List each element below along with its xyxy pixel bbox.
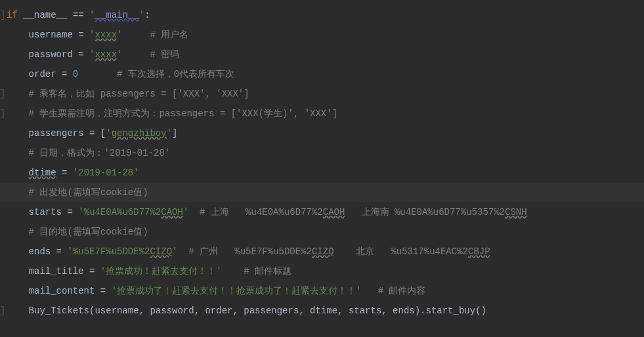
code-line-2[interactable]: username = 'xxxx' # 用户名	[0, 25, 644, 45]
fold-marker: ]	[0, 301, 5, 321]
var-passengers: passengers	[29, 128, 84, 139]
fold-marker: ]	[0, 5, 5, 25]
code-line-5[interactable]: ] # 乘客名，比如 passengers = ['XXX', 'XXX']	[0, 84, 644, 104]
var-starts: starts	[29, 207, 62, 217]
comment: # 密码	[150, 49, 179, 60]
function-call: Buy_Tickets	[29, 305, 89, 316]
var-username: username	[29, 30, 73, 40]
code-line-8[interactable]: # 日期，格式为：'2019-01-28'	[0, 143, 644, 163]
var-password: password	[29, 49, 73, 60]
comment: # 用户名	[150, 30, 188, 40]
code-line-16[interactable]: ] Buy_Tickets(username, password, order,…	[0, 301, 644, 321]
comment: # 乘客名，比如 passengers = ['XXX', 'XXX']	[29, 89, 249, 99]
identifier: __name__	[18, 10, 73, 20]
code-line-1[interactable]: ]if __name__ == '__main__':	[0, 5, 644, 25]
comment: # 邮件内容	[378, 286, 426, 296]
code-line-14[interactable]: mail_title = '抢票成功！赶紧去支付！！' # 邮件标题	[0, 261, 644, 281]
code-line-15[interactable]: mail_content = '抢票成功了！赶紧去支付！！抢票成功了！赶紧去支付…	[0, 281, 644, 301]
code-line-3[interactable]: password = 'xxxx' # 密码	[0, 45, 644, 64]
code-line-13[interactable]: ends = '%u5E7F%u5DDE%2CIZQ' # 广州 %u5E7F%…	[0, 242, 644, 261]
builtin-main: __main__	[95, 10, 139, 20]
code-line-12[interactable]: # 目的地(需填写cookie值)	[0, 222, 644, 242]
var-mail-title: mail_title	[29, 266, 84, 277]
comment: # 目的地(需填写cookie值)	[29, 227, 148, 237]
comment: # 上海 %u4E0A%u6D77%2	[200, 207, 323, 217]
comment: # 广州 %u5E7F%u5DDE%2	[188, 246, 312, 257]
comment: # 车次选择，0代表所有车次	[117, 69, 234, 79]
var-ends: ends	[29, 246, 51, 257]
keyword-if: if	[7, 10, 18, 20]
code-line-4[interactable]: order = 0 # 车次选择，0代表所有车次	[0, 64, 644, 84]
var-mail-content: mail_content	[29, 286, 95, 296]
comment: # 邮件标题	[244, 266, 291, 277]
fold-marker: ]	[0, 104, 5, 124]
code-line-11[interactable]: starts = '%u4E0A%u6D77%2CAOH' # 上海 %u4E0…	[0, 202, 644, 222]
code-line-7[interactable]: passengers = ['gengzhiboy']	[0, 124, 644, 143]
fold-marker: ]	[0, 84, 5, 104]
comment: # 学生票需注明，注明方式为：passengers = ['XXX(学生)', …	[29, 108, 337, 119]
var-order: order	[29, 69, 56, 79]
comment: # 日期，格式为：'2019-01-28'	[29, 148, 171, 158]
code-line-10[interactable]: # 出发地(需填写cookie值)	[0, 183, 644, 202]
code-line-6[interactable]: ] # 学生票需注明，注明方式为：passengers = ['XXX(学生)'…	[0, 104, 644, 124]
comment: # 出发地(需填写cookie值)	[29, 187, 148, 198]
code-line-9[interactable]: dtime = '2019-01-28'	[0, 163, 644, 183]
var-dtime: dtime	[29, 168, 56, 178]
